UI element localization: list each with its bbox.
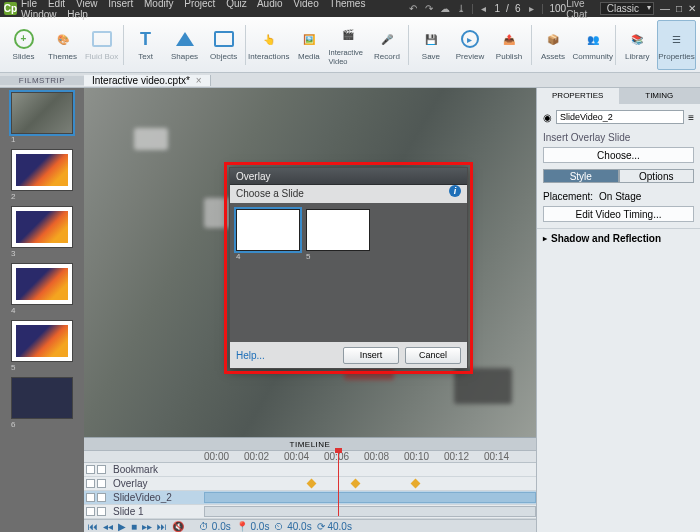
cancel-button[interactable]: Cancel bbox=[405, 347, 461, 364]
save-icon[interactable]: ⤓ bbox=[456, 3, 466, 14]
redo-icon[interactable]: ↷ bbox=[424, 3, 434, 14]
slide-thumb-4[interactable]: 4 bbox=[11, 263, 73, 315]
style-tab[interactable]: Style bbox=[543, 169, 619, 183]
preview-button[interactable]: ▸Preview bbox=[450, 20, 489, 70]
insert-overlay-label: Insert Overlay Slide bbox=[543, 132, 694, 143]
slide-sep: / bbox=[506, 3, 509, 14]
menu-audio[interactable]: Audio bbox=[257, 0, 283, 9]
menu-window[interactable]: Window bbox=[21, 9, 57, 20]
rewind-icon[interactable]: ⏮ bbox=[88, 521, 98, 532]
info-icon[interactable]: i bbox=[449, 185, 461, 197]
publish-button[interactable]: 📤Publish bbox=[489, 20, 528, 70]
overlay-dialog: Overlay Choose a Slide i 4 5 Help... Ins… bbox=[229, 167, 468, 369]
tab-timing[interactable]: TIMING bbox=[619, 88, 701, 104]
assets-button[interactable]: 📦Assets bbox=[533, 20, 572, 70]
track-overlay[interactable]: Overlay bbox=[84, 477, 536, 491]
dialog-slide-5[interactable]: 5 bbox=[306, 209, 370, 336]
tab-properties[interactable]: PROPERTIES bbox=[537, 88, 619, 104]
cloud-icon[interactable]: ☁ bbox=[440, 3, 450, 14]
slide-current: 1 bbox=[495, 3, 501, 14]
stepback-icon[interactable]: ◂◂ bbox=[103, 521, 113, 532]
properties-button[interactable]: ☰Properties bbox=[657, 20, 696, 70]
menu-file[interactable]: File bbox=[21, 0, 37, 9]
menu-modify[interactable]: Modify bbox=[144, 0, 173, 9]
shapes-button[interactable]: Shapes bbox=[165, 20, 204, 70]
close-icon[interactable]: ✕ bbox=[688, 3, 696, 14]
themes-button[interactable]: 🎨Themes bbox=[43, 20, 82, 70]
menu-view[interactable]: View bbox=[76, 0, 98, 9]
prev-icon[interactable]: ◂ bbox=[479, 3, 489, 14]
track-slide1[interactable]: Slide 1 bbox=[84, 505, 536, 519]
workspace-dropdown[interactable]: Classic bbox=[600, 2, 654, 15]
dialog-slide-4[interactable]: 4 bbox=[236, 209, 300, 336]
slide-thumb-3[interactable]: 3 bbox=[11, 206, 73, 258]
save-button[interactable]: 💾Save bbox=[411, 20, 450, 70]
document-tabs: FILMSTRIP Interactive video.cptx*× bbox=[0, 73, 700, 88]
filmstrip-header: FILMSTRIP bbox=[0, 76, 84, 85]
close-tab-icon[interactable]: × bbox=[196, 75, 202, 86]
community-button[interactable]: 👥Community bbox=[572, 20, 612, 70]
timeline-ruler[interactable]: 00:0000:0200:0400:0600:0800:1000:1200:14 bbox=[84, 451, 536, 463]
media-button[interactable]: 🖼️Media bbox=[289, 20, 328, 70]
menu-help[interactable]: Help bbox=[67, 9, 88, 20]
minimize-icon[interactable]: — bbox=[660, 3, 670, 14]
placement-label: Placement: bbox=[543, 191, 593, 202]
menu-edit[interactable]: Edit bbox=[48, 0, 65, 9]
menu-project[interactable]: Project bbox=[184, 0, 215, 9]
end-icon[interactable]: ⏭ bbox=[157, 521, 167, 532]
shadow-reflection-group[interactable]: Shadow and Reflection bbox=[537, 228, 700, 248]
menu-icon[interactable]: ≡ bbox=[688, 112, 694, 123]
slide-thumb-2[interactable]: 2 bbox=[11, 149, 73, 201]
visibility-icon[interactable]: ◉ bbox=[543, 112, 552, 123]
menu-quiz[interactable]: Quiz bbox=[226, 0, 247, 9]
timeline-header: TIMELINE bbox=[84, 438, 536, 451]
live-chat-link[interactable]: Live Chat bbox=[566, 0, 594, 20]
placement-value: On Stage bbox=[599, 191, 641, 202]
object-name-input[interactable] bbox=[556, 110, 684, 124]
slides-button[interactable]: +Slides bbox=[4, 20, 43, 70]
ribbon: +Slides 🎨Themes Fluid Box TText Shapes O… bbox=[0, 17, 700, 73]
text-button[interactable]: TText bbox=[126, 20, 165, 70]
menu-insert[interactable]: Insert bbox=[108, 0, 133, 9]
slide-total: 6 bbox=[515, 3, 521, 14]
objects-button[interactable]: Objects bbox=[204, 20, 243, 70]
mute-icon[interactable]: 🔇 bbox=[172, 521, 184, 532]
stepfwd-icon[interactable]: ▸▸ bbox=[142, 521, 152, 532]
slide-thumb-5[interactable]: 5 bbox=[11, 320, 73, 372]
dialog-title: Overlay bbox=[230, 168, 467, 185]
slide-thumb-6[interactable]: 6 bbox=[11, 377, 73, 429]
help-link[interactable]: Help... bbox=[236, 350, 337, 361]
document-tab[interactable]: Interactive video.cptx*× bbox=[84, 75, 211, 86]
next-icon[interactable]: ▸ bbox=[526, 3, 536, 14]
filmstrip: 1 2 3 4 5 6 bbox=[0, 88, 84, 532]
timeline-controls: ⏮ ◂◂ ▶ ■ ▸▸ ⏭ 🔇 ⏱ 0.0s 📍 0.0s ⏲ 40.0s ⟳ … bbox=[84, 519, 536, 532]
fluidbox-button: Fluid Box bbox=[82, 20, 121, 70]
record-button[interactable]: 🎤Record bbox=[367, 20, 406, 70]
menu-themes[interactable]: Themes bbox=[329, 0, 365, 9]
menu-video[interactable]: Video bbox=[293, 0, 318, 9]
maximize-icon[interactable]: □ bbox=[676, 3, 682, 14]
title-bar: Cp File Edit View Insert Modify Project … bbox=[0, 0, 700, 17]
slide-thumb-1[interactable]: 1 bbox=[11, 92, 73, 144]
interactions-button[interactable]: 👆Interactions bbox=[248, 20, 289, 70]
dialog-heading: Choose a Slide bbox=[236, 185, 304, 203]
zoom-value[interactable]: 100 bbox=[549, 3, 566, 14]
track-bookmark[interactable]: Bookmark bbox=[84, 463, 536, 477]
options-tab[interactable]: Options bbox=[619, 169, 695, 183]
choose-button[interactable]: Choose... bbox=[543, 147, 694, 163]
properties-panel: PROPERTIES TIMING ◉ ≡ Insert Overlay Sli… bbox=[536, 88, 700, 532]
interactive-video-button[interactable]: 🎬Interactive Video bbox=[328, 20, 367, 70]
library-button[interactable]: 📚Library bbox=[618, 20, 657, 70]
track-slidevideo[interactable]: SlideVideo_2 bbox=[84, 491, 536, 505]
insert-button[interactable]: Insert bbox=[343, 347, 399, 364]
stop-icon[interactable]: ■ bbox=[131, 521, 137, 532]
app-logo: Cp bbox=[4, 2, 17, 15]
edit-video-timing-button[interactable]: Edit Video Timing... bbox=[543, 206, 694, 222]
menu-bar: File Edit View Insert Modify Project Qui… bbox=[21, 0, 408, 20]
play-icon[interactable]: ▶ bbox=[118, 521, 126, 532]
undo-icon[interactable]: ↶ bbox=[408, 3, 418, 14]
timeline-panel: TIMELINE 00:0000:0200:0400:0600:0800:100… bbox=[84, 437, 536, 532]
